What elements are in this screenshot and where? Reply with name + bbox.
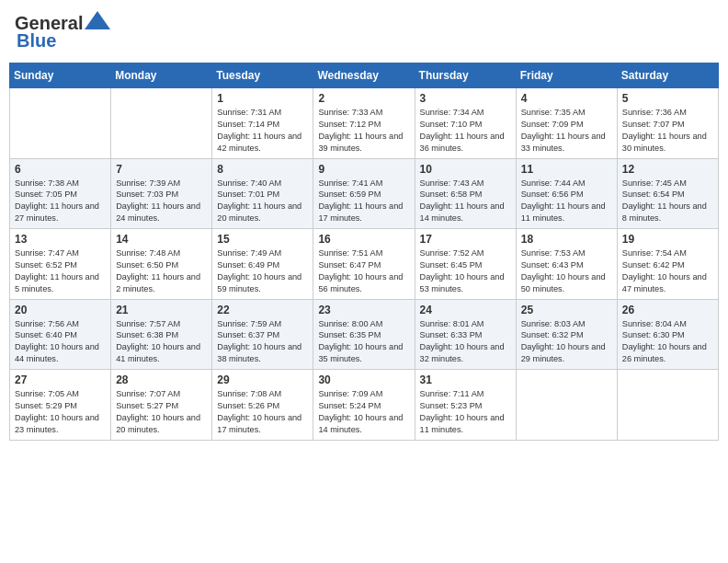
day-info: Sunrise: 7:05 AMSunset: 5:29 PMDaylight:…: [15, 388, 106, 436]
logo-blue: Blue: [15, 30, 56, 52]
day-info: Sunrise: 8:03 AMSunset: 6:32 PMDaylight:…: [521, 318, 612, 366]
day-number: 18: [521, 233, 612, 246]
calendar-cell: 17Sunrise: 7:52 AMSunset: 6:45 PMDayligh…: [415, 229, 516, 300]
day-info: Sunrise: 7:35 AMSunset: 7:09 PMDaylight:…: [521, 107, 612, 155]
day-info: Sunrise: 7:59 AMSunset: 6:37 PMDaylight:…: [217, 318, 308, 366]
calendar-cell: 14Sunrise: 7:48 AMSunset: 6:50 PMDayligh…: [111, 229, 212, 300]
column-header-wednesday: Wednesday: [313, 63, 415, 88]
day-number: 11: [521, 163, 612, 176]
calendar-cell: [10, 88, 111, 159]
day-number: 30: [318, 373, 409, 386]
day-number: 10: [420, 163, 511, 176]
calendar-cell: 19Sunrise: 7:54 AMSunset: 6:42 PMDayligh…: [617, 229, 718, 300]
day-number: 14: [116, 233, 207, 246]
calendar-week-row: 13Sunrise: 7:47 AMSunset: 6:52 PMDayligh…: [10, 229, 719, 300]
calendar-cell: 3Sunrise: 7:34 AMSunset: 7:10 PMDaylight…: [415, 88, 516, 159]
day-info: Sunrise: 7:54 AMSunset: 6:42 PMDaylight:…: [622, 247, 713, 295]
column-header-sunday: Sunday: [10, 63, 111, 88]
calendar-cell: 23Sunrise: 8:00 AMSunset: 6:35 PMDayligh…: [313, 299, 415, 370]
svg-marker-0: [85, 11, 110, 29]
day-info: Sunrise: 7:51 AMSunset: 6:47 PMDaylight:…: [318, 247, 409, 295]
calendar-cell: 27Sunrise: 7:05 AMSunset: 5:29 PMDayligh…: [10, 370, 111, 441]
calendar-cell: 10Sunrise: 7:43 AMSunset: 6:58 PMDayligh…: [415, 158, 516, 229]
calendar-cell: 20Sunrise: 7:56 AMSunset: 6:40 PMDayligh…: [10, 299, 111, 370]
calendar-header-row: SundayMondayTuesdayWednesdayThursdayFrid…: [10, 63, 719, 88]
column-header-saturday: Saturday: [617, 63, 718, 88]
day-number: 16: [318, 233, 409, 246]
day-number: 20: [15, 304, 106, 316]
day-info: Sunrise: 7:38 AMSunset: 7:05 PMDaylight:…: [15, 178, 106, 225]
day-info: Sunrise: 7:44 AMSunset: 6:56 PMDaylight:…: [521, 178, 612, 225]
day-number: 24: [420, 304, 511, 316]
calendar-cell: 7Sunrise: 7:39 AMSunset: 7:03 PMDaylight…: [111, 158, 212, 229]
calendar-cell: 30Sunrise: 7:09 AMSunset: 5:24 PMDayligh…: [313, 370, 415, 441]
day-info: Sunrise: 8:00 AMSunset: 6:35 PMDaylight:…: [318, 318, 409, 366]
calendar-cell: 25Sunrise: 8:03 AMSunset: 6:32 PMDayligh…: [516, 299, 617, 370]
day-number: 29: [217, 373, 308, 386]
calendar-cell: [516, 370, 617, 441]
calendar-cell: 22Sunrise: 7:59 AMSunset: 6:37 PMDayligh…: [212, 299, 313, 370]
column-header-thursday: Thursday: [415, 63, 516, 88]
calendar-cell: 8Sunrise: 7:40 AMSunset: 7:01 PMDaylight…: [212, 158, 313, 229]
calendar-cell: 24Sunrise: 8:01 AMSunset: 6:33 PMDayligh…: [415, 299, 516, 370]
day-info: Sunrise: 7:40 AMSunset: 7:01 PMDaylight:…: [217, 178, 308, 225]
day-number: 7: [116, 163, 207, 176]
calendar-cell: 28Sunrise: 7:07 AMSunset: 5:27 PMDayligh…: [111, 370, 212, 441]
calendar-cell: 21Sunrise: 7:57 AMSunset: 6:38 PMDayligh…: [111, 299, 212, 370]
day-info: Sunrise: 7:39 AMSunset: 7:03 PMDaylight:…: [116, 178, 207, 225]
column-header-monday: Monday: [111, 63, 212, 88]
day-info: Sunrise: 7:52 AMSunset: 6:45 PMDaylight:…: [420, 247, 511, 295]
day-number: 3: [420, 92, 511, 105]
day-info: Sunrise: 7:45 AMSunset: 6:54 PMDaylight:…: [622, 178, 713, 225]
column-header-tuesday: Tuesday: [212, 63, 313, 88]
day-info: Sunrise: 7:34 AMSunset: 7:10 PMDaylight:…: [420, 107, 511, 155]
day-info: Sunrise: 7:11 AMSunset: 5:23 PMDaylight:…: [420, 388, 511, 436]
day-info: Sunrise: 7:36 AMSunset: 7:07 PMDaylight:…: [622, 107, 713, 155]
day-info: Sunrise: 7:33 AMSunset: 7:12 PMDaylight:…: [318, 107, 409, 155]
day-number: 22: [217, 304, 308, 316]
logo-icon: [85, 11, 110, 29]
day-number: 2: [318, 92, 409, 105]
day-number: 25: [521, 304, 612, 316]
day-info: Sunrise: 8:04 AMSunset: 6:30 PMDaylight:…: [622, 318, 713, 366]
day-info: Sunrise: 7:09 AMSunset: 5:24 PMDaylight:…: [318, 388, 409, 436]
calendar-cell: 12Sunrise: 7:45 AMSunset: 6:54 PMDayligh…: [617, 158, 718, 229]
day-info: Sunrise: 7:57 AMSunset: 6:38 PMDaylight:…: [116, 318, 207, 366]
calendar-cell: 6Sunrise: 7:38 AMSunset: 7:05 PMDaylight…: [10, 158, 111, 229]
calendar-cell: [617, 370, 718, 441]
calendar-cell: 4Sunrise: 7:35 AMSunset: 7:09 PMDaylight…: [516, 88, 617, 159]
day-number: 9: [318, 163, 409, 176]
day-info: Sunrise: 7:49 AMSunset: 6:49 PMDaylight:…: [217, 247, 308, 295]
day-number: 28: [116, 373, 207, 386]
calendar-week-row: 20Sunrise: 7:56 AMSunset: 6:40 PMDayligh…: [10, 299, 719, 370]
calendar-cell: 11Sunrise: 7:44 AMSunset: 6:56 PMDayligh…: [516, 158, 617, 229]
day-info: Sunrise: 7:43 AMSunset: 6:58 PMDaylight:…: [420, 178, 511, 225]
calendar-cell: 18Sunrise: 7:53 AMSunset: 6:43 PMDayligh…: [516, 229, 617, 300]
calendar-week-row: 27Sunrise: 7:05 AMSunset: 5:29 PMDayligh…: [10, 370, 719, 441]
day-number: 4: [521, 92, 612, 105]
day-info: Sunrise: 7:47 AMSunset: 6:52 PMDaylight:…: [15, 247, 106, 295]
calendar-cell: 16Sunrise: 7:51 AMSunset: 6:47 PMDayligh…: [313, 229, 415, 300]
day-number: 15: [217, 233, 308, 246]
day-info: Sunrise: 7:31 AMSunset: 7:14 PMDaylight:…: [217, 107, 308, 155]
day-info: Sunrise: 7:07 AMSunset: 5:27 PMDaylight:…: [116, 388, 207, 436]
day-number: 6: [15, 163, 106, 176]
calendar-cell: 1Sunrise: 7:31 AMSunset: 7:14 PMDaylight…: [212, 88, 313, 159]
day-number: 26: [622, 304, 713, 316]
day-info: Sunrise: 7:53 AMSunset: 6:43 PMDaylight:…: [521, 247, 612, 295]
calendar-cell: 5Sunrise: 7:36 AMSunset: 7:07 PMDaylight…: [617, 88, 718, 159]
calendar-week-row: 6Sunrise: 7:38 AMSunset: 7:05 PMDaylight…: [10, 158, 719, 229]
calendar-cell: 9Sunrise: 7:41 AMSunset: 6:59 PMDaylight…: [313, 158, 415, 229]
calendar-cell: 15Sunrise: 7:49 AMSunset: 6:49 PMDayligh…: [212, 229, 313, 300]
calendar-cell: 2Sunrise: 7:33 AMSunset: 7:12 PMDaylight…: [313, 88, 415, 159]
calendar-cell: 29Sunrise: 7:08 AMSunset: 5:26 PMDayligh…: [212, 370, 313, 441]
calendar-cell: 26Sunrise: 8:04 AMSunset: 6:30 PMDayligh…: [617, 299, 718, 370]
day-info: Sunrise: 7:48 AMSunset: 6:50 PMDaylight:…: [116, 247, 207, 295]
day-info: Sunrise: 7:56 AMSunset: 6:40 PMDaylight:…: [15, 318, 106, 366]
day-number: 19: [622, 233, 713, 246]
calendar-cell: 13Sunrise: 7:47 AMSunset: 6:52 PMDayligh…: [10, 229, 111, 300]
column-header-friday: Friday: [516, 63, 617, 88]
day-info: Sunrise: 7:08 AMSunset: 5:26 PMDaylight:…: [217, 388, 308, 436]
day-info: Sunrise: 7:41 AMSunset: 6:59 PMDaylight:…: [318, 178, 409, 225]
calendar-week-row: 1Sunrise: 7:31 AMSunset: 7:14 PMDaylight…: [10, 88, 719, 159]
